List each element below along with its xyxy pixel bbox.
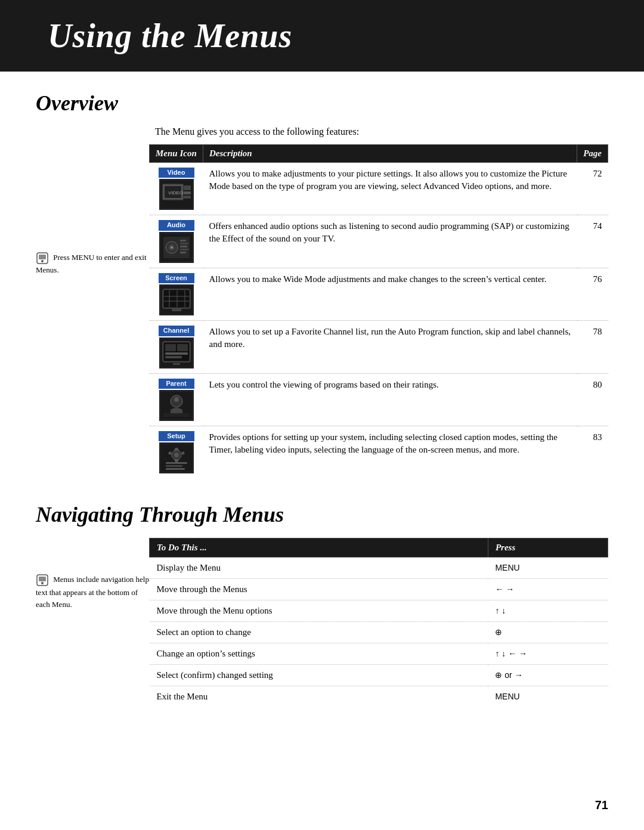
menu-icon-label: Channel xyxy=(159,326,194,336)
nav-table-row: Move through the Menus ← → xyxy=(150,579,608,600)
navigating-section: Navigating Through Menus Menus include n… xyxy=(36,502,608,707)
nav-press-cell: ← → xyxy=(488,579,608,600)
nav-table-row: Select (confirm) changed setting ⊕ or → xyxy=(150,665,608,686)
svg-rect-23 xyxy=(164,290,189,307)
menu-icon-image xyxy=(159,337,194,368)
overview-page-cell: 74 xyxy=(577,215,608,268)
svg-point-15 xyxy=(171,246,173,249)
svg-rect-37 xyxy=(173,363,180,365)
overview-description-cell: Offers enhanced audio options such as li… xyxy=(203,215,577,268)
svg-rect-8 xyxy=(184,185,191,190)
nav-col-press: Press xyxy=(488,538,608,558)
menu-icon-label: Screen xyxy=(159,273,194,283)
menu-icon-container: Setup xyxy=(156,431,197,473)
nav-press-cell: ⊕ or → xyxy=(488,665,608,686)
overview-page-cell: 72 xyxy=(577,163,608,215)
overview-intro: The Menu gives you access to the followi… xyxy=(155,126,608,137)
svg-rect-9 xyxy=(184,191,191,194)
overview-table-row: Screen Allows you to make Wide Mode adju… xyxy=(150,268,608,320)
page-title: Using the Menus xyxy=(48,17,596,55)
svg-rect-45 xyxy=(166,462,187,464)
header-banner: Using the Menus xyxy=(0,0,644,72)
navigating-sidebar: Menus include navigation help text that … xyxy=(36,538,149,707)
menu-icon-label: Video xyxy=(159,168,194,178)
overview-page-cell: 83 xyxy=(577,426,608,478)
menu-icon-label: Setup xyxy=(159,431,194,441)
overview-description-cell: Allows you to make Wide Mode adjustments… xyxy=(203,268,577,320)
menu-icon-container: Parent xyxy=(156,379,197,421)
svg-rect-29 xyxy=(172,309,181,311)
svg-rect-1 xyxy=(39,255,46,259)
navigating-sidebar-text: Menus include navigation help text that … xyxy=(36,575,149,609)
nav-press-cell: ↑ ↓ ← → xyxy=(488,643,608,665)
overview-table-row: Setup Provides options for setting up yo… xyxy=(150,426,608,478)
overview-sidebar: Press MENU to enter and exit Menus. xyxy=(36,144,149,478)
menu-icon-image xyxy=(159,232,194,263)
menu-icon-container: Screen xyxy=(156,273,197,315)
overview-col-page: Page xyxy=(577,145,608,163)
overview-page-cell: 80 xyxy=(577,373,608,426)
overview-icon-cell: Setup xyxy=(150,426,203,478)
svg-point-2 xyxy=(41,260,44,262)
nav-press-cell: ⊕ xyxy=(488,622,608,643)
svg-rect-47 xyxy=(166,468,185,470)
nav-press-cell: MENU xyxy=(488,558,608,579)
nav-col-action: To Do This ... xyxy=(150,538,488,558)
svg-point-40 xyxy=(174,397,179,402)
nav-press-cell: ↑ ↓ xyxy=(488,600,608,622)
overview-table-row: Channel Allows you to set up a Favorite … xyxy=(150,321,608,373)
menu-icon-image: VIDEO xyxy=(159,179,194,210)
overview-col-description: Description xyxy=(203,145,577,163)
nav-table-row: Display the Menu MENU xyxy=(150,558,608,579)
nav-action-cell: Exit the Menu xyxy=(150,686,488,708)
svg-rect-16 xyxy=(180,240,186,241)
overview-heading: Overview xyxy=(36,91,608,116)
overview-icon-cell: Audio xyxy=(150,215,203,268)
navigating-content: Menus include navigation help text that … xyxy=(36,538,608,707)
overview-table-row: Video VIDEO Allows you to make adjustmen… xyxy=(150,163,608,215)
menu-icon-image xyxy=(159,284,194,315)
overview-icon-cell: Video VIDEO xyxy=(150,163,203,215)
overview-table-row: Audio Offers enhanced audio options such… xyxy=(150,215,608,268)
svg-rect-17 xyxy=(180,243,188,244)
menu-icon-container: Video VIDEO xyxy=(156,168,197,210)
overview-content: Press MENU to enter and exit Menus. Menu… xyxy=(36,144,608,478)
overview-icon-cell: Parent xyxy=(150,373,203,426)
svg-rect-19 xyxy=(180,249,188,250)
navigating-heading: Navigating Through Menus xyxy=(36,502,608,527)
svg-rect-36 xyxy=(165,356,182,358)
overview-page-cell: 76 xyxy=(577,268,608,320)
overview-col-icon: Menu Icon xyxy=(150,145,203,163)
overview-page-cell: 78 xyxy=(577,321,608,373)
svg-rect-49 xyxy=(39,577,46,581)
overview-section: Overview The Menu gives you access to th… xyxy=(36,91,608,478)
svg-rect-20 xyxy=(180,252,186,253)
overview-icon-cell: Channel xyxy=(150,321,203,373)
svg-rect-41 xyxy=(163,413,190,417)
nav-table-row: Change an option’s settings ↑ ↓ ← → xyxy=(150,643,608,665)
overview-table-row: Parent Lets you control the viewing of p… xyxy=(150,373,608,426)
overview-table: Menu Icon Description Page Video VIDEO A… xyxy=(149,144,608,478)
overview-icon-cell: Screen xyxy=(150,268,203,320)
navigating-table: To Do This ... Press Display the Menu ME… xyxy=(149,538,608,707)
svg-rect-46 xyxy=(166,465,182,467)
svg-point-44 xyxy=(174,453,179,457)
overview-description-cell: Allows you to make adjustments to your p… xyxy=(203,163,577,215)
nav-action-cell: Move through the Menus xyxy=(150,579,488,600)
nav-table-row: Exit the Menu MENU xyxy=(150,686,608,708)
page-wrapper: Using the Menus Overview The Menu gives … xyxy=(0,0,644,830)
menu-icon-label: Audio xyxy=(159,220,194,230)
nav-table-row: Move through the Menu options ↑ ↓ xyxy=(150,600,608,622)
nav-remote-icon xyxy=(36,574,49,587)
menu-remote-icon xyxy=(36,252,49,265)
menu-icon-image xyxy=(159,390,194,421)
menu-icon-image xyxy=(159,442,194,473)
svg-rect-18 xyxy=(180,246,187,247)
svg-rect-34 xyxy=(177,344,188,351)
overview-description-cell: Allows you to set up a Favorite Channel … xyxy=(203,321,577,373)
overview-description-cell: Provides options for setting up your sys… xyxy=(203,426,577,478)
nav-press-cell: MENU xyxy=(488,686,608,708)
svg-rect-33 xyxy=(165,344,176,351)
svg-rect-35 xyxy=(165,352,188,355)
overview-description-cell: Lets you control the viewing of programs… xyxy=(203,373,577,426)
